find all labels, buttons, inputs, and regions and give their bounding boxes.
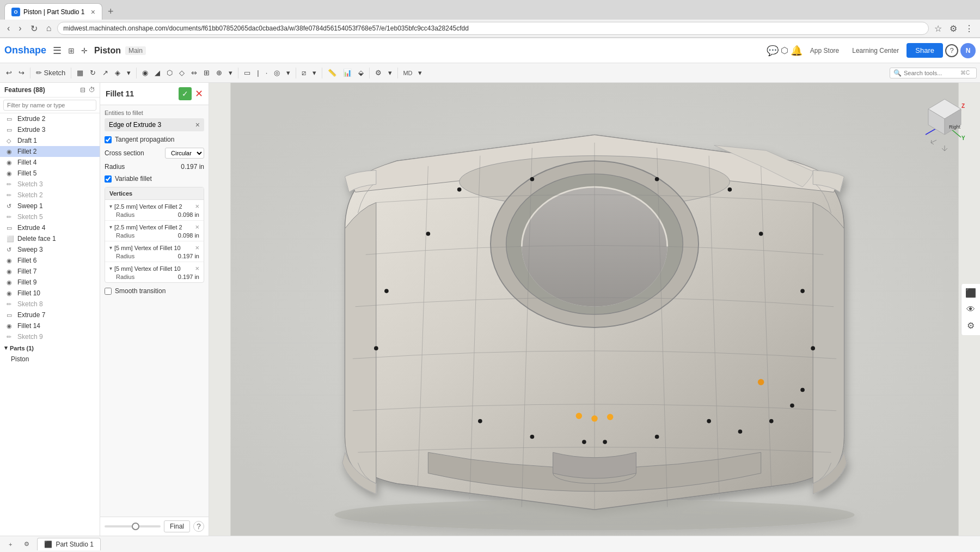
sketch-btn[interactable]: ✏ Sketch	[33, 67, 68, 78]
feature-item-sketch3[interactable]: ✏ Sketch 3	[0, 179, 100, 190]
sweep-btn[interactable]: ↗	[100, 67, 111, 78]
cross-section-select[interactable]: Circular	[165, 148, 204, 159]
onshape-logo[interactable]: Onshape	[4, 45, 46, 56]
more4-btn[interactable]: ▾	[310, 67, 319, 78]
revolve-btn[interactable]: ↻	[87, 67, 99, 78]
smooth-transition-checkbox[interactable]	[105, 288, 112, 295]
grid-menu[interactable]: ⊞	[66, 44, 77, 57]
feature-item-fillet6[interactable]: ◉ Fillet 6	[0, 255, 100, 266]
help-icon[interactable]: ?	[945, 44, 958, 57]
tab-close-btn[interactable]: ×	[91, 8, 95, 16]
plane-btn[interactable]: ▭	[241, 67, 253, 78]
slider-track[interactable]	[105, 525, 161, 527]
more-btn[interactable]: ▾	[124, 67, 133, 78]
feature-item-extrude4[interactable]: ▭ Extrude 4	[0, 222, 100, 233]
axis-btn[interactable]: |	[254, 67, 261, 78]
feature-item-fillet2[interactable]: ◉ Fillet 2	[0, 146, 100, 157]
parts-section[interactable]: ▾ Parts (1)	[0, 342, 100, 354]
visibility-icon[interactable]: 👁	[965, 304, 977, 316]
new-tab-btn[interactable]: +	[103, 4, 118, 20]
chat-icon[interactable]: 💬	[767, 45, 779, 57]
vertex-remove-3[interactable]: ×	[195, 264, 199, 272]
bookmark-icon[interactable]: ☆	[932, 22, 944, 35]
mate-btn[interactable]: ◎	[271, 67, 283, 78]
features-clock-icon[interactable]: ⏱	[89, 86, 95, 94]
measure-btn[interactable]: 📏	[325, 67, 339, 78]
home-btn[interactable]: ⌂	[44, 22, 54, 34]
viewport[interactable]: Z Y Right ⬛ 👁 ⚙	[209, 83, 980, 536]
search-input[interactable]	[904, 70, 958, 76]
bool-btn[interactable]: ⊕	[213, 67, 225, 78]
user-avatar[interactable]: N	[960, 43, 976, 58]
feature-item-fillet4[interactable]: ◉ Fillet 4	[0, 157, 100, 168]
vertex-remove-0[interactable]: ×	[195, 202, 199, 210]
feature-item-sketch8[interactable]: ✏ Sketch 8	[0, 299, 100, 310]
transform-icon[interactable]: ✛	[79, 44, 90, 57]
hamburger-menu[interactable]: ☰	[51, 43, 64, 59]
help-question-btn[interactable]: ?	[193, 521, 204, 532]
filter-input[interactable]	[3, 100, 96, 111]
render-btn[interactable]: ⬙	[356, 67, 366, 78]
mode-dropdown-btn[interactable]: ▾	[415, 67, 425, 78]
entity-remove-btn[interactable]: ×	[195, 120, 200, 129]
more3-btn[interactable]: ▾	[284, 67, 293, 78]
menu-icon[interactable]: ⋮	[963, 22, 976, 35]
pattern-btn[interactable]: ⊞	[201, 67, 212, 78]
part-studio-tab[interactable]: ⬛ Part Studio 1	[37, 538, 100, 550]
extension-icon[interactable]: ⚙	[947, 22, 959, 35]
vertex-remove-1[interactable]: ×	[195, 223, 199, 231]
bell-icon[interactable]: 🔔	[791, 45, 803, 57]
feature-item-fillet7[interactable]: ◉ Fillet 7	[0, 266, 100, 277]
app-store-btn[interactable]: App Store	[805, 45, 844, 57]
extrude-btn[interactable]: ▦	[74, 67, 86, 78]
piston-part-item[interactable]: Piston	[0, 354, 100, 365]
tab-settings-btn[interactable]: ⚙	[20, 539, 34, 549]
search-tools-bar[interactable]: 🔍 ⌘C	[890, 68, 977, 78]
fillet-btn[interactable]: ◉	[139, 67, 151, 78]
feature-item-deleteface1[interactable]: ⬜ Delete face 1	[0, 233, 100, 244]
section-view-btn[interactable]: ⧄	[299, 67, 309, 79]
refresh-btn[interactable]: ↻	[28, 22, 40, 35]
active-tab[interactable]: O Piston | Part Studio 1 ×	[4, 3, 102, 20]
vertex-label-2[interactable]: ▾ [5 mm] Vertex of Fillet 10	[109, 245, 181, 251]
chamfer-btn[interactable]: ◢	[152, 67, 163, 78]
vertex-remove-2[interactable]: ×	[195, 244, 199, 252]
confirm-btn[interactable]: ✓	[179, 87, 192, 100]
feature-item-draft1[interactable]: ◇ Draft 1	[0, 135, 100, 146]
loft-btn[interactable]: ◈	[112, 67, 123, 78]
feature-item-fillet5[interactable]: ◉ Fillet 5	[0, 168, 100, 179]
feature-item-extrude3[interactable]: ▭ Extrude 3	[0, 124, 100, 135]
more2-btn[interactable]: ▾	[226, 67, 235, 78]
more5-btn[interactable]: ▾	[385, 67, 395, 78]
feature-item-fillet9[interactable]: ◉ Fillet 9	[0, 277, 100, 288]
analysis-btn[interactable]: 📊	[340, 67, 354, 78]
feature-item-sweep3[interactable]: ↺ Sweep 3	[0, 244, 100, 255]
slider-thumb[interactable]	[132, 523, 139, 530]
feature-item-sweep1[interactable]: ↺ Sweep 1	[0, 201, 100, 211]
vertex-label-1[interactable]: ▾ [2.5 mm] Vertex of Fillet 2	[109, 224, 182, 230]
url-bar[interactable]	[57, 22, 929, 35]
feature-item-fillet14[interactable]: ◉ Fillet 14	[0, 320, 100, 331]
feature-item-sketch2[interactable]: ✏ Sketch 2	[0, 190, 100, 201]
feature-item-extrude7[interactable]: ▭ Extrude 7	[0, 310, 100, 320]
features-filter-icon[interactable]: ⊟	[80, 86, 85, 94]
orientation-cube[interactable]: Z Y Right	[920, 94, 969, 143]
vertex-label-0[interactable]: ▾ [2.5 mm] Vertex of Fillet 2	[109, 203, 182, 210]
share-btn[interactable]: Share	[906, 43, 943, 58]
mirror-btn[interactable]: ⇔	[188, 67, 200, 78]
feature-item-sketch5[interactable]: ✏ Sketch 5	[0, 211, 100, 222]
forward-btn[interactable]: ›	[16, 22, 24, 34]
point-btn[interactable]: ·	[263, 67, 271, 78]
settings2-icon[interactable]: ⚙	[965, 320, 977, 332]
connect-icon[interactable]: ⬡	[781, 45, 788, 56]
feature-item-fillet10[interactable]: ◉ Fillet 10	[0, 288, 100, 299]
cancel-fillet-btn[interactable]: ✕	[195, 87, 203, 100]
final-btn[interactable]: Final	[164, 520, 190, 532]
tangent-propagation-checkbox[interactable]	[105, 136, 112, 143]
shell-btn[interactable]: ⬡	[164, 67, 175, 78]
draft-btn[interactable]: ◇	[176, 67, 187, 78]
learning-center-btn[interactable]: Learning Center	[847, 45, 904, 57]
settings-btn[interactable]: ⚙	[372, 67, 384, 78]
add-tab-btn[interactable]: +	[4, 540, 16, 549]
layers-icon[interactable]: ⬛	[965, 287, 977, 299]
